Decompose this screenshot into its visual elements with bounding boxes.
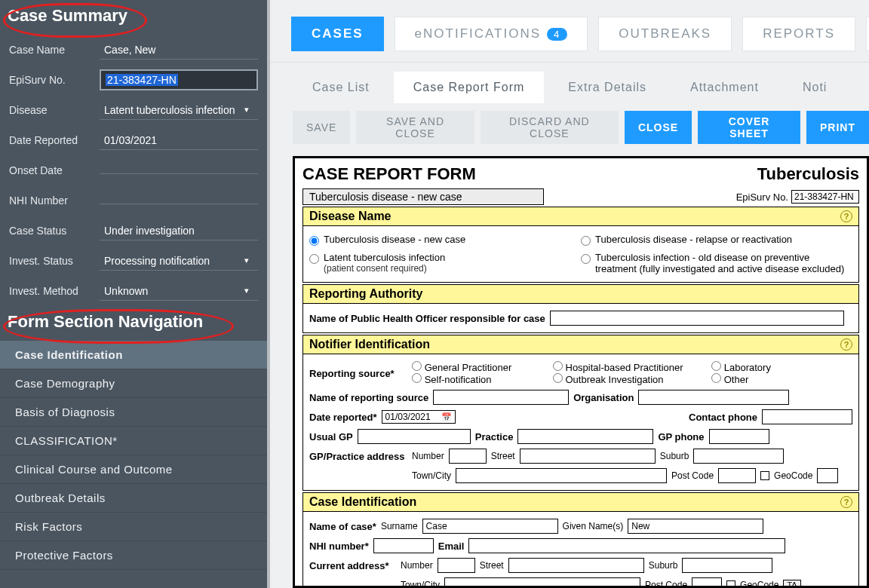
help-icon[interactable]: ? <box>840 496 852 508</box>
close-button[interactable]: CLOSE <box>625 111 692 144</box>
subtab-case-report-form[interactable]: Case Report Form <box>394 72 545 103</box>
episurv-form-label: EpiSurv No. <box>736 191 788 203</box>
episurv-input[interactable] <box>791 190 859 204</box>
save-button[interactable]: SAVE <box>293 111 350 144</box>
invest-status-select[interactable]: Processing notification▾ <box>100 252 258 271</box>
discard-close-button[interactable]: DISCARD AND CLOSE <box>481 111 619 144</box>
rs-self[interactable]: Self-notification <box>412 373 553 385</box>
nhi-num-input[interactable] <box>373 538 434 553</box>
subtab-attachment[interactable]: Attachment <box>671 72 778 103</box>
subtab-case-list[interactable]: Case List <box>293 72 389 103</box>
name-rep-input[interactable] <box>433 390 569 405</box>
ph-officer-input[interactable] <box>550 311 844 326</box>
nhi-value[interactable] <box>100 198 258 204</box>
gp-suburb-input[interactable] <box>693 449 784 464</box>
field-invest-method: Invest. Method Unknown▾ <box>0 276 267 306</box>
radio-tb-old[interactable]: Tuberculosis infection - old disease on … <box>581 249 852 277</box>
nav-case-identification[interactable]: Case Identification <box>0 341 267 369</box>
nav-basis-diagnosis[interactable]: Basis of Diagnosis <box>0 398 267 427</box>
tab-maps[interactable]: MAPS <box>866 17 869 51</box>
addr-street-input[interactable] <box>508 558 644 573</box>
addr-postcode-input[interactable] <box>692 577 722 588</box>
date-reported-value[interactable]: 01/03/2021 <box>100 131 258 150</box>
field-onset-date: Onset Date <box>0 155 267 185</box>
print-button[interactable]: PRINT <box>806 111 869 144</box>
nav-outbreak-details[interactable]: Outbreak Details <box>0 484 267 513</box>
field-invest-status: Invest. Status Processing notification▾ <box>0 246 267 276</box>
tab-enotifications[interactable]: eNOTIFICATIONS4 <box>395 17 588 51</box>
onset-date-value[interactable] <box>100 167 258 174</box>
tab-reports[interactable]: REPORTS <box>742 17 855 51</box>
practice-input[interactable] <box>517 429 653 444</box>
radio-tb-new[interactable]: Tuberculosis disease - new case <box>309 231 581 249</box>
help-icon[interactable]: ? <box>840 338 852 351</box>
case-status-label: Case Status <box>9 225 100 237</box>
date-rep-input[interactable]: 📅 <box>382 410 456 424</box>
gp-phone-input[interactable] <box>709 429 769 444</box>
nav-protective-factors[interactable]: Protective Factors <box>0 541 267 570</box>
contact-ph-input[interactable] <box>762 409 852 424</box>
ta-button[interactable]: TA <box>783 580 800 588</box>
invest-method-select[interactable]: Unknown▾ <box>100 282 258 301</box>
radio-latent-tb[interactable]: Latent tuberculosis infection(patient co… <box>309 249 581 277</box>
rs-other[interactable]: Other <box>711 373 852 385</box>
form-section-nav-title: Form Section Navigation <box>8 312 259 332</box>
rs-gp[interactable]: General Practitioner <box>412 361 553 373</box>
tab-cases[interactable]: CASES <box>291 17 384 51</box>
nav-classification[interactable]: CLASSIFICATION* <box>0 427 267 455</box>
calendar-icon: 📅 <box>441 412 452 422</box>
action-bar: SAVE SAVE AND CLOSE DISCARD AND CLOSE CL… <box>270 103 869 152</box>
tab-outbreaks[interactable]: OUTBREAKS <box>598 17 732 51</box>
main-area: CASES eNOTIFICATIONS4 OUTBREAKS REPORTS … <box>270 0 869 588</box>
nav-clinical-course[interactable]: Clinical Course and Outcome <box>0 455 267 484</box>
nav-risk-factors[interactable]: Risk Factors <box>0 513 267 541</box>
addr-num-input[interactable] <box>438 558 475 573</box>
email-input[interactable] <box>468 538 785 553</box>
onset-date-label: Onset Date <box>9 164 100 176</box>
geocode-input[interactable] <box>817 468 838 483</box>
gp-town-input[interactable] <box>456 468 667 483</box>
ph-officer-label: Name of Public Health Officer responsibl… <box>309 313 545 324</box>
section-notifier-id: Notifier Identification? <box>302 335 859 354</box>
nav-case-demography[interactable]: Case Demography <box>0 369 267 398</box>
rs-hospital[interactable]: Hospital-based Practitioner <box>553 361 711 373</box>
case-report-form: CASE REPORT FORM Tuberculosis Tuberculos… <box>293 156 869 588</box>
section-reporting-authority: Reporting Authority <box>302 284 859 304</box>
form-title: CASE REPORT FORM <box>302 164 476 184</box>
case-name-value[interactable]: Case, New <box>100 41 258 60</box>
gp-street-input[interactable] <box>520 449 656 464</box>
disease-select[interactable]: Latent tuberculosis infection▾ <box>100 101 258 120</box>
subtab-extra-details[interactable]: Extra Details <box>548 72 666 103</box>
episurv-value[interactable]: 21-383427-HN <box>100 69 258 90</box>
gp-num-input[interactable] <box>449 449 487 464</box>
rs-outbreak[interactable]: Outbreak Investigation <box>553 373 711 385</box>
subtab-notif[interactable]: Noti <box>783 72 846 103</box>
chevron-down-icon: ▾ <box>244 286 249 296</box>
case-summary-title: Case Summary <box>8 6 259 26</box>
field-date-reported: Date Reported 01/03/2021 <box>0 125 267 155</box>
nav-list: Case Identification Case Demography Basi… <box>0 341 267 570</box>
addr-suburb-input[interactable] <box>682 558 772 573</box>
geocode-checkbox[interactable] <box>760 471 769 480</box>
case-status-value[interactable]: Under investigation <box>100 222 258 240</box>
save-close-button[interactable]: SAVE AND CLOSE <box>356 111 474 144</box>
help-icon[interactable]: ? <box>840 210 852 222</box>
reporting-source-label: Reporting source* <box>309 368 407 379</box>
geocode2-checkbox[interactable] <box>726 580 735 588</box>
cur-addr-label: Current address* <box>309 560 396 571</box>
disease-name-body: Tuberculosis disease - new case Tubercul… <box>302 226 859 283</box>
cover-sheet-button[interactable]: COVER SHEET <box>698 111 800 144</box>
field-case-status: Case Status Under investigation <box>0 216 267 246</box>
gp-postcode-input[interactable] <box>718 468 756 483</box>
rs-lab[interactable]: Laboratory <box>711 361 852 373</box>
nhi-num-label: NHI number* <box>309 541 369 552</box>
surname-input[interactable] <box>422 519 558 534</box>
org-input[interactable] <box>638 390 789 405</box>
gp-phone-label: GP phone <box>658 431 704 443</box>
addr-town-input[interactable] <box>444 577 640 588</box>
radio-tb-relapse[interactable]: Tuberculosis disease - relapse or reacti… <box>581 231 852 249</box>
usual-gp-input[interactable] <box>358 429 471 444</box>
given-input[interactable] <box>628 519 763 534</box>
email-label: Email <box>438 541 465 552</box>
section-disease-name: Disease Name? <box>302 207 859 226</box>
